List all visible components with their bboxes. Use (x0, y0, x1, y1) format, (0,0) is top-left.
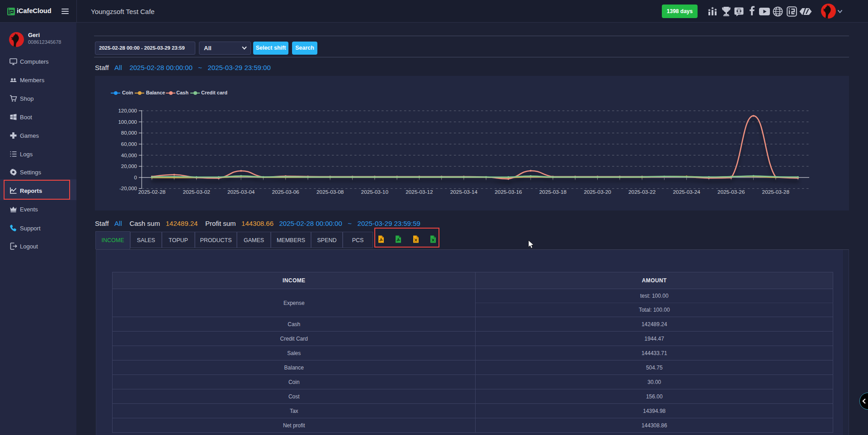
svg-text:100,000: 100,000 (118, 119, 137, 125)
svg-text:2025-03-20: 2025-03-20 (584, 189, 611, 195)
svg-text:2025-03-28: 2025-03-28 (762, 189, 790, 195)
svg-text:2025-03-26: 2025-03-26 (717, 189, 745, 195)
svg-text:0: 0 (134, 175, 137, 180)
svg-text:-20,000: -20,000 (119, 186, 137, 191)
svg-text:2025-03-02: 2025-03-02 (183, 189, 210, 195)
svg-text:2025-03-24: 2025-03-24 (673, 189, 701, 195)
svg-text:2025-03-14: 2025-03-14 (450, 189, 478, 195)
svg-text:2025-03-22: 2025-03-22 (628, 189, 656, 195)
svg-text:20,000: 20,000 (121, 164, 137, 169)
svg-text:2025-03-10: 2025-03-10 (361, 189, 389, 195)
svg-text:2025-03-06: 2025-03-06 (272, 189, 300, 195)
svg-text:2025-02-28: 2025-02-28 (138, 189, 166, 195)
svg-text:80,000: 80,000 (121, 130, 137, 136)
svg-text:2025-03-08: 2025-03-08 (316, 189, 344, 195)
svg-text:120,000: 120,000 (118, 108, 137, 113)
svg-text:2025-03-12: 2025-03-12 (406, 189, 433, 195)
svg-text:2025-03-16: 2025-03-16 (495, 189, 522, 195)
svg-text:60,000: 60,000 (121, 141, 137, 147)
svg-text:40,000: 40,000 (121, 153, 137, 158)
svg-text:2025-03-18: 2025-03-18 (539, 189, 567, 195)
svg-text:2025-03-04: 2025-03-04 (227, 189, 255, 195)
